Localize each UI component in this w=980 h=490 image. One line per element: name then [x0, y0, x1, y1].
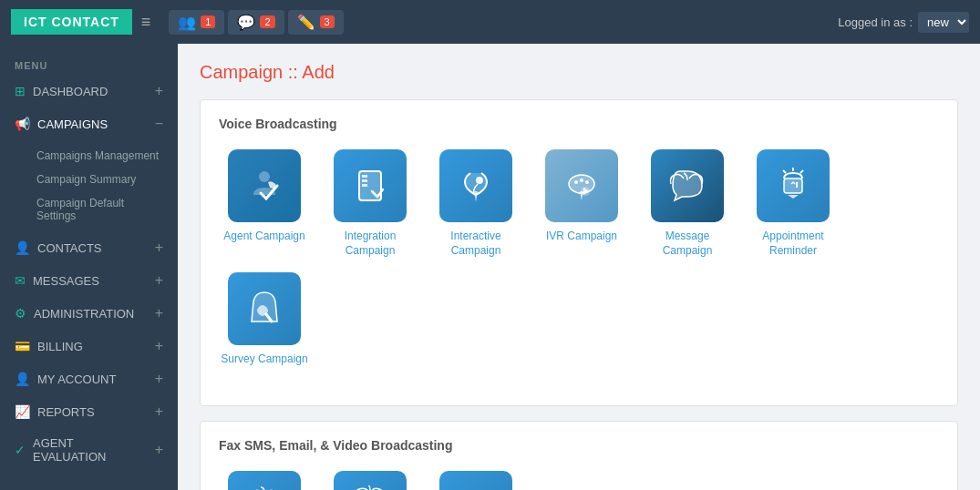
integration-campaign-card[interactable]: Integration Campaign: [325, 149, 416, 258]
survey-campaign-icon: [228, 272, 301, 345]
brand-logo: ICT CONTACT: [11, 9, 132, 35]
integration-campaign-icon: [334, 149, 407, 222]
tab-1[interactable]: 👥 1: [169, 10, 224, 35]
svg-rect-3: [362, 179, 367, 182]
layout: MENU ⊞ DASHBOARD + 📢 CAMPAIGNS − Campaig…: [0, 44, 980, 490]
billing-icon: 💳: [15, 339, 30, 353]
tab-icons: 👥 1 💬 2 ✏️ 3: [169, 10, 343, 35]
agent-campaign-icon: [228, 149, 301, 222]
sidebar-sub-campaign-default-settings[interactable]: Campaign Default Settings: [0, 191, 178, 228]
interactive-campaign-card[interactable]: Interactive Campaign: [430, 149, 521, 258]
sidebar-item-reports[interactable]: 📈 REPORTS +: [0, 395, 178, 428]
voice-broadcasting-section: Voice Broadcasting Agent Campaign: [200, 99, 958, 406]
sidebar-contacts-label: CONTACTS: [37, 241, 102, 255]
appointment-reminder-icon: [757, 149, 830, 222]
fax-sms-email-section: Fax SMS, Email, & Video Broadcasting: [200, 421, 958, 490]
logged-in-label: Logged in as :: [838, 15, 913, 29]
svg-point-9: [585, 180, 589, 184]
sidebar-item-agent-evaluation[interactable]: ✓ AGENT EVALUATION +: [0, 428, 178, 472]
dashboard-icon: ⊞: [15, 84, 26, 98]
message-campaign-icon: [651, 149, 724, 222]
hamburger-icon[interactable]: ≡: [141, 13, 151, 32]
agent-campaign-card[interactable]: Agent Campaign: [219, 149, 310, 258]
administration-expand-icon: +: [155, 305, 163, 322]
page-title: Campaign :: Add: [200, 62, 958, 83]
menu-label: MENU: [0, 53, 178, 75]
administration-icon: ⚙: [15, 306, 26, 321]
tab-3[interactable]: ✏️ 3: [288, 10, 344, 35]
message-campaign-card[interactable]: Message Campaign: [642, 149, 733, 258]
sidebar-reports-label: REPORTS: [37, 405, 95, 419]
svg-rect-11: [784, 179, 802, 193]
fax-sms-email-title: Fax SMS, Email, & Video Broadcasting: [219, 438, 939, 458]
sidebar-item-campaigns[interactable]: 📢 CAMPAIGNS −: [0, 107, 178, 140]
sidebar-billing-label: BILLING: [37, 340, 83, 353]
sidebar-administration-label: ADMINISTRATION: [34, 307, 134, 321]
fax-sms-email-grid: Fax Campaign SMS Campaig: [219, 471, 939, 490]
sidebar-item-my-account[interactable]: 👤 MY ACCOUNT +: [0, 362, 178, 395]
messages-icon: ✉: [15, 273, 26, 288]
agent-campaign-label: Agent Campaign: [223, 230, 304, 244]
interactive-campaign-label: Interactive Campaign: [430, 230, 521, 258]
email-campaign-card[interactable]: Email Campaign: [430, 471, 521, 490]
svg-rect-4: [362, 184, 367, 187]
message-campaign-label: Message Campaign: [642, 230, 733, 258]
tab2-icon: 💬: [237, 14, 255, 31]
sidebar-agent-evaluation-label: AGENT EVALUATION: [33, 436, 148, 464]
contacts-icon: 👤: [15, 240, 30, 255]
campaigns-collapse-icon: −: [155, 116, 163, 132]
sidebar-dashboard-label: DASHBOARD: [33, 85, 108, 98]
appointment-reminder-card[interactable]: Appointment Reminder: [748, 149, 839, 258]
survey-campaign-card[interactable]: Survey Campaign: [219, 272, 310, 367]
sidebar-my-account-label: MY ACCOUNT: [37, 373, 116, 386]
sidebar-sub-campaigns-management[interactable]: Campaigns Management: [0, 144, 178, 168]
sidebar-sub-campaign-summary[interactable]: Campaign Summary: [0, 168, 178, 191]
user-select[interactable]: new: [918, 12, 969, 33]
campaigns-submenu: Campaigns Management Campaign Summary Ca…: [0, 140, 178, 231]
sms-campaign-icon: [334, 471, 407, 490]
reports-icon: 📈: [15, 404, 30, 419]
fax-campaign-card[interactable]: Fax Campaign: [219, 471, 310, 490]
sidebar-item-messages[interactable]: ✉ MESSAGES +: [0, 264, 178, 297]
svg-point-7: [574, 180, 578, 184]
sidebar: MENU ⊞ DASHBOARD + 📢 CAMPAIGNS − Campaig…: [0, 44, 178, 490]
tab-2[interactable]: 💬 2: [228, 10, 284, 35]
campaigns-icon: 📢: [15, 117, 30, 131]
svg-point-5: [476, 177, 483, 184]
svg-point-0: [259, 171, 270, 182]
messages-expand-icon: +: [155, 272, 163, 289]
tab1-icon: 👥: [178, 14, 196, 31]
survey-campaign-label: Survey Campaign: [221, 352, 307, 367]
my-account-expand-icon: +: [155, 371, 163, 387]
agent-evaluation-expand-icon: +: [155, 442, 163, 458]
topbar: ICT CONTACT ≡ 👥 1 💬 2 ✏️ 3 Logged in as …: [0, 0, 980, 44]
ivr-campaign-label: IVR Campaign: [546, 230, 617, 244]
agent-evaluation-icon: ✓: [15, 443, 26, 457]
svg-point-8: [580, 179, 583, 182]
tab2-badge: 2: [260, 15, 274, 28]
sidebar-item-administration[interactable]: ⚙ ADMINISTRATION +: [0, 297, 178, 330]
appointment-reminder-label: Appointment Reminder: [748, 230, 839, 258]
tab3-badge: 3: [320, 15, 335, 28]
sidebar-item-billing[interactable]: 💳 BILLING +: [0, 330, 178, 362]
tab1-badge: 1: [201, 15, 215, 28]
my-account-icon: 👤: [15, 372, 30, 386]
voice-broadcasting-grid: Agent Campaign Integration Campaign: [219, 149, 939, 367]
topbar-right: Logged in as : new: [838, 12, 969, 33]
voice-broadcasting-title: Voice Broadcasting: [219, 117, 939, 137]
main-content: Campaign :: Add Voice Broadcasting Agen: [178, 44, 980, 490]
email-campaign-icon: [439, 471, 512, 490]
reports-expand-icon: +: [155, 403, 163, 420]
sidebar-item-contacts[interactable]: 👤 CONTACTS +: [0, 231, 178, 264]
ivr-campaign-card[interactable]: IVR Campaign: [536, 149, 627, 258]
contacts-expand-icon: +: [155, 240, 163, 256]
sidebar-item-dashboard[interactable]: ⊞ DASHBOARD +: [0, 75, 178, 107]
tab3-icon: ✏️: [297, 14, 315, 31]
integration-campaign-label: Integration Campaign: [325, 230, 416, 258]
dashboard-expand-icon: +: [155, 83, 163, 99]
sms-campaign-card[interactable]: SMS Campaign: [325, 471, 416, 490]
interactive-campaign-icon: [439, 149, 512, 222]
sidebar-messages-label: MESSAGES: [33, 274, 99, 288]
ivr-campaign-icon: [545, 149, 618, 222]
fax-campaign-icon: [228, 471, 301, 490]
